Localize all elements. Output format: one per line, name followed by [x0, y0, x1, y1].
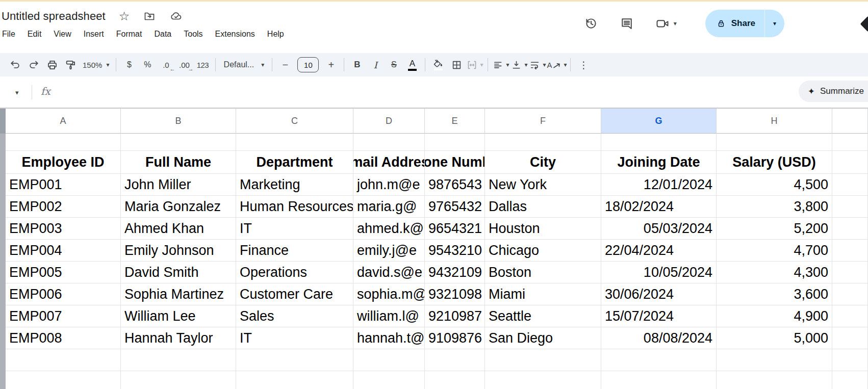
text-wrap-button[interactable]: ▾	[528, 56, 547, 74]
bold-button[interactable]: B	[348, 56, 366, 74]
cell[interactable]: 10/05/2024	[601, 262, 717, 283]
redo-button[interactable]	[24, 56, 43, 74]
share-options-caret[interactable]: ▾	[765, 10, 784, 37]
cell[interactable]	[601, 134, 717, 151]
cell[interactable]	[832, 262, 868, 283]
menu-help[interactable]: Help	[261, 28, 290, 40]
cell[interactable]	[6, 349, 121, 371]
cell[interactable]: ahmed.k@	[353, 218, 425, 240]
cell[interactable]	[601, 349, 717, 371]
cell[interactable]: Ahmed Khan	[121, 218, 236, 240]
cell[interactable]	[717, 134, 832, 151]
fill-color-button[interactable]	[429, 56, 447, 74]
cell[interactable]: Houston	[485, 218, 601, 240]
cell[interactable]: Customer Care	[236, 283, 353, 305]
cell[interactable]: Employee ID	[6, 151, 121, 174]
cell[interactable]	[236, 134, 353, 151]
cell[interactable]: 5,000	[717, 327, 832, 349]
cell[interactable]: 12/01/2024	[601, 174, 717, 196]
cell[interactable]: john.m@e	[353, 174, 425, 196]
menu-view[interactable]: View	[47, 28, 77, 40]
cell[interactable]	[236, 349, 353, 371]
star-icon[interactable]: ☆	[119, 10, 130, 22]
cell[interactable]: 9765432	[425, 196, 485, 218]
cell[interactable]	[236, 371, 353, 389]
column-header-A[interactable]: A	[6, 109, 121, 134]
cell[interactable]: Dallas	[485, 196, 601, 218]
cell[interactable]: 5,200	[717, 218, 832, 240]
cell[interactable]	[832, 240, 868, 262]
cell[interactable]: hannah.t@	[353, 327, 425, 349]
cell[interactable]: 9321098	[425, 283, 485, 305]
cell[interactable]	[485, 349, 601, 371]
cell[interactable]	[121, 371, 236, 389]
comments-icon[interactable]	[620, 16, 634, 31]
menu-extensions[interactable]: Extensions	[209, 28, 261, 40]
cell[interactable]: 22/04/2024	[601, 240, 717, 262]
share-button[interactable]: Share ▾	[705, 10, 784, 37]
cell[interactable]: EMP007	[6, 305, 121, 327]
cell[interactable]: EMP003	[6, 218, 121, 240]
cell[interactable]	[832, 134, 868, 151]
cell[interactable]	[425, 349, 485, 371]
cell[interactable]: Sophia Martinez	[121, 283, 236, 305]
text-color-button[interactable]: A	[403, 56, 421, 74]
column-header-E[interactable]: E	[425, 109, 485, 134]
horizontal-align-button[interactable]: ▾	[492, 56, 510, 74]
cell[interactable]	[717, 349, 832, 371]
cell[interactable]: William Lee	[121, 305, 236, 327]
cell[interactable]	[832, 327, 868, 349]
cell[interactable]	[425, 134, 485, 151]
vertical-align-button[interactable]: ▾	[510, 56, 528, 74]
cell[interactable]	[832, 196, 868, 218]
cell[interactable]: emily.j@e	[353, 240, 425, 262]
cell[interactable]: 3,800	[717, 196, 832, 218]
menu-edit[interactable]: Edit	[21, 28, 48, 40]
column-header-partial[interactable]	[832, 109, 868, 134]
cell[interactable]: 9543210	[425, 240, 485, 262]
more-formats-button[interactable]: 123	[193, 56, 212, 74]
cell[interactable]: Phone Number	[425, 151, 485, 174]
document-title[interactable]: Untitled spreadsheet	[2, 10, 106, 23]
cell[interactable]: 3,600	[717, 283, 832, 305]
cell[interactable]: 9210987	[425, 305, 485, 327]
cell[interactable]: EMP004	[6, 240, 121, 262]
cell[interactable]: Chicago	[485, 240, 601, 262]
cell[interactable]: Boston	[485, 262, 601, 283]
menu-insert[interactable]: Insert	[78, 28, 110, 40]
cell[interactable]	[485, 134, 601, 151]
cell[interactable]: New York	[485, 174, 601, 196]
increase-decimals-button[interactable]: .00 →	[175, 56, 193, 74]
zoom-control[interactable]: 150% ▾	[80, 56, 112, 74]
cell[interactable]: 9654321	[425, 218, 485, 240]
strikethrough-button[interactable]: S	[385, 56, 403, 74]
cell[interactable]: Seattle	[485, 305, 601, 327]
join-call-control[interactable]: ▾	[655, 16, 677, 31]
cell[interactable]	[601, 371, 717, 389]
menu-tools[interactable]: Tools	[177, 28, 209, 40]
cell[interactable]: Marketing	[236, 174, 353, 196]
cell[interactable]: EMP006	[6, 283, 121, 305]
summarize-button[interactable]: ✦ Summarize	[799, 81, 868, 102]
borders-button[interactable]	[447, 56, 466, 74]
cell[interactable]: 4,900	[717, 305, 832, 327]
cell[interactable]: Miami	[485, 283, 601, 305]
cell[interactable]	[717, 371, 832, 389]
cell[interactable]: maria.g@	[353, 196, 425, 218]
cell[interactable]: 18/02/2024	[601, 196, 717, 218]
cell[interactable]	[6, 371, 121, 389]
cell[interactable]: 15/07/2024	[601, 305, 717, 327]
cell[interactable]: Maria Gonzalez	[121, 196, 236, 218]
cell[interactable]	[121, 134, 236, 151]
cell[interactable]: 08/08/2024	[601, 327, 717, 349]
cell[interactable]: Full Name	[121, 151, 236, 174]
cell[interactable]: EMP008	[6, 327, 121, 349]
format-currency-button[interactable]: $	[120, 56, 138, 74]
cell[interactable]	[353, 371, 425, 389]
cell[interactable]: 9876543	[425, 174, 485, 196]
cell[interactable]: Email Address	[353, 151, 425, 174]
name-box-caret-icon[interactable]: ▾	[15, 89, 19, 96]
cell[interactable]: John Miller	[121, 174, 236, 196]
column-header-B[interactable]: B	[121, 109, 236, 134]
decrease-font-size-button[interactable]: −	[276, 56, 294, 74]
